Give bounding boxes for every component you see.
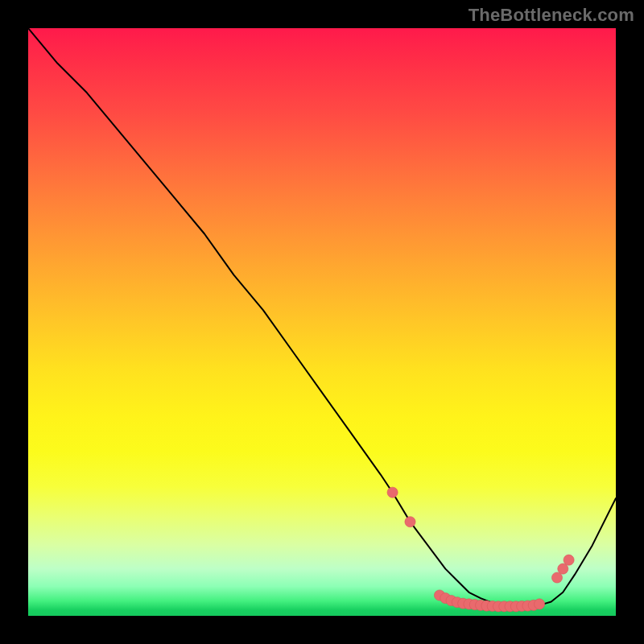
curve-marker <box>535 599 545 609</box>
curve-marker <box>558 564 568 574</box>
plot-area <box>28 28 616 616</box>
bottleneck-curve <box>28 28 616 606</box>
chart-svg <box>28 28 616 616</box>
watermark-text: TheBottleneck.com <box>469 5 634 26</box>
curve-marker <box>564 555 574 565</box>
curve-marker <box>405 517 415 527</box>
curve-marker <box>551 572 562 583</box>
curve-marker <box>387 487 398 497</box>
chart-container: TheBottleneck.com <box>0 0 644 644</box>
